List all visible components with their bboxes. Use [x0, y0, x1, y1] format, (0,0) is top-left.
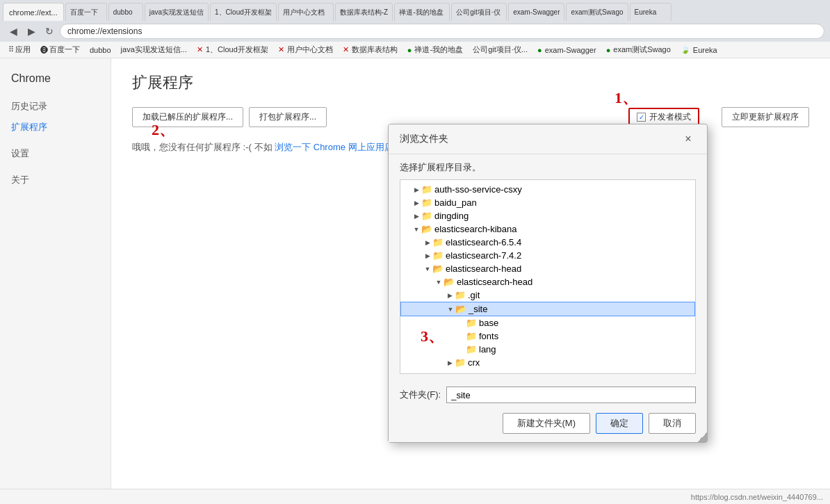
tree-item-lang[interactable]: ▶ 📁 lang	[400, 343, 695, 356]
tab-5[interactable]: 用户中心文档	[278, 3, 334, 21]
bookmark-dubbo[interactable]: dubbo	[87, 44, 114, 56]
tree-item-fonts[interactable]: ▶ 📁 fonts	[400, 330, 695, 343]
sidebar-item-settings[interactable]: 设置	[0, 143, 111, 164]
bookmarks-bar: ⠿ 应用 🅑 百度一下 dubbo java实现发送短信... ✕ 1、Clou…	[0, 42, 830, 58]
bookmark-apps[interactable]: ⠿ 应用	[6, 43, 33, 56]
bookmark-chandao-label: 禅道-我的地盘	[414, 44, 463, 55]
new-folder-button[interactable]: 新建文件夹(M)	[503, 413, 591, 434]
bookmark-user-center[interactable]: ✕ 用户中心文档	[275, 43, 336, 56]
baidu-icon: 🅑	[40, 46, 48, 54]
tree-item-git[interactable]: ▶ 📁 .git	[400, 288, 695, 302]
bookmark-baidu-label: 百度一下	[49, 44, 80, 55]
bookmark-dubbo-label: dubbo	[90, 46, 111, 54]
tab-11[interactable]: Eureka	[630, 3, 672, 21]
sidebar-item-extensions[interactable]: 扩展程序	[0, 117, 111, 138]
tab-7[interactable]: 禅道-我的地盘	[394, 3, 450, 21]
dialog-close-button[interactable]: ×	[681, 131, 696, 147]
folder-icon-baidu-pan: 📁	[421, 198, 432, 208]
folder-icon-es-654: 📁	[432, 238, 444, 247]
tree-label-site: _site	[469, 304, 487, 314]
bookmark-db-label: 数据库表结构	[352, 44, 398, 55]
refresh-button[interactable]: ↻	[42, 24, 57, 39]
tab-3[interactable]: java实现发送短信	[145, 3, 209, 21]
folder-tree-container[interactable]: ▶ 📁 auth-sso-service-csxy ▶ 📁 baidu_pan …	[400, 179, 696, 374]
tree-label-es-kibana: elasticsearch-kibana	[434, 224, 517, 234]
bookmark-swagger-label: exam-Swagger	[545, 46, 596, 54]
bookmark-baidu[interactable]: 🅑 百度一下	[38, 43, 83, 56]
tab-6[interactable]: 数据库表结构-Z	[335, 3, 393, 21]
tree-item-auth-sso[interactable]: ▶ 📁 auth-sso-service-csxy	[400, 183, 695, 196]
folder-icon-base: 📁	[466, 318, 477, 328]
tree-item-baidu-pan[interactable]: ▶ 📁 baidu_pan	[400, 196, 695, 209]
tab-10[interactable]: exam测试Swago	[566, 3, 628, 21]
tree-label-git: .git	[468, 290, 480, 300]
bookmark-user-center-label: 用户中心文档	[287, 44, 333, 55]
address-text: chrome://extensions	[67, 26, 142, 36]
folder-input[interactable]	[446, 387, 696, 403]
load-extension-button[interactable]: 加载已解压的扩展程序...	[132, 107, 243, 127]
folder-icon-es-head2: 📂	[444, 277, 455, 287]
apps-icon: ⠿	[8, 45, 14, 54]
bookmark-chandao[interactable]: ● 禅道-我的地盘	[405, 43, 466, 56]
tree-arrow-es-head: ▼	[423, 266, 432, 273]
tree-item-es-head[interactable]: ▼ 📂 elasticsearch-head	[400, 262, 695, 275]
tree-arrow-auth-sso: ▶	[412, 186, 421, 193]
pack-extension-button[interactable]: 打包扩展程序...	[249, 107, 327, 127]
tree-item-base[interactable]: ▶ 📁 base	[400, 316, 695, 330]
folder-input-row: 文件夹(F):	[389, 382, 707, 407]
folder-icon-fonts: 📁	[466, 332, 477, 341]
empty-link-pre: 不如	[254, 142, 272, 152]
chandao-icon: ●	[407, 46, 412, 54]
tab-9[interactable]: exam-Swagger	[508, 3, 564, 21]
tree-item-es-742[interactable]: ▶ 📁 elasticsearch-7.4.2	[400, 249, 695, 262]
tree-item-crx[interactable]: ▶ 📁 crx	[400, 356, 695, 369]
back-button[interactable]: ◀	[6, 24, 21, 39]
tree-label-es-654: elasticsearch-6.5.4	[446, 237, 521, 247]
update-extensions-button[interactable]: 立即更新扩展程序	[722, 107, 809, 127]
bookmark-swagger[interactable]: ● exam-Swagger	[535, 44, 599, 56]
browse-folder-dialog: 浏览文件夹 × 选择扩展程序目录。 ▶ 📁 auth-sso-service-c…	[388, 124, 708, 443]
sidebar-item-history[interactable]: 历史记录	[0, 96, 111, 117]
tree-label-fonts: fonts	[479, 331, 498, 341]
dialog-resize-handle[interactable]	[697, 432, 707, 442]
tab-8[interactable]: 公司git项目·仪	[451, 3, 507, 21]
tree-label-lang: lang	[479, 344, 496, 355]
tree-item-es-kibana[interactable]: ▼ 📂 elasticsearch-kibana	[400, 222, 695, 236]
tab-4[interactable]: 1、Cloud开发框架	[210, 3, 277, 21]
status-bar: https://blog.csdn.net/weixin_4440769...	[0, 489, 830, 504]
tree-label-dingding: dingding	[434, 211, 469, 221]
cloud-icon: ✕	[197, 45, 203, 54]
bookmark-swago[interactable]: ● exam测试Swago	[603, 43, 674, 56]
cancel-button[interactable]: 取消	[649, 413, 696, 434]
bookmark-git[interactable]: 公司git项目·仪...	[470, 43, 530, 56]
bookmark-db[interactable]: ✕ 数据库表结构	[340, 43, 400, 56]
tab-extensions-active[interactable]: chrome://ext...	[3, 3, 64, 21]
tree-item-dingding[interactable]: ▶ 📁 dingding	[400, 209, 695, 222]
dialog-titlebar: 浏览文件夹 ×	[389, 124, 707, 154]
tree-item-es-head2[interactable]: ▼ 📂 elasticsearch-head	[400, 275, 695, 288]
bookmark-git-label: 公司git项目·仪...	[473, 44, 528, 55]
db-icon: ✕	[343, 45, 349, 54]
bookmark-cloud[interactable]: ✕ 1、Cloud开发框架	[194, 43, 271, 56]
sidebar-item-about[interactable]: 关于	[0, 170, 111, 190]
status-url: https://blog.csdn.net/weixin_4440769...	[691, 493, 823, 501]
confirm-button[interactable]: 确定	[596, 413, 643, 434]
bookmark-java[interactable]: java实现发送短信...	[118, 43, 190, 56]
tree-item-es-654[interactable]: ▶ 📁 elasticsearch-6.5.4	[400, 236, 695, 249]
tab-1[interactable]: 百度一下	[65, 3, 107, 21]
address-bar[interactable]: chrome://extensions	[60, 24, 824, 39]
tree-label-es-742: elasticsearch-7.4.2	[446, 250, 521, 261]
user-center-icon: ✕	[278, 45, 284, 54]
folder-icon-es-742: 📁	[432, 251, 444, 261]
forward-button[interactable]: ▶	[24, 24, 39, 39]
eureka-icon: 🍃	[681, 45, 690, 54]
folder-icon-es-kibana: 📂	[421, 225, 432, 234]
tree-arrow-site: ▼	[446, 306, 455, 313]
tab-2[interactable]: dubbo	[108, 3, 143, 21]
folder-icon-auth-sso: 📁	[421, 185, 432, 195]
tree-item-site[interactable]: ▼ 📂 _site	[400, 302, 695, 316]
bookmark-eureka-label: Eureka	[693, 46, 717, 54]
chrome-store-link[interactable]: 浏览一下 Chrome 网上应用店	[275, 142, 393, 152]
dev-mode-checkbox[interactable]: ✓	[637, 113, 646, 122]
bookmark-eureka[interactable]: 🍃 Eureka	[678, 44, 720, 56]
